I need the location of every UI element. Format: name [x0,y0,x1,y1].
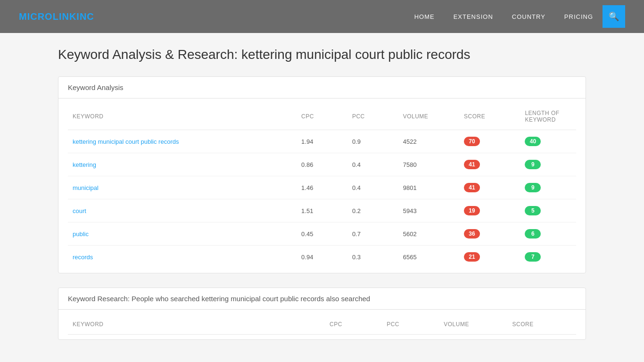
search-button[interactable]: 🔍 [603,5,625,28]
length-badge: 6 [525,229,541,239]
cell-keyword: kettering municipal court public records [68,130,297,153]
cell-length: 7 [520,246,576,269]
keyword-research-table: Keyword CPC PCC Volume Score [68,314,576,335]
score-badge: 41 [464,160,480,169]
cell-cpc: 1.94 [297,130,347,153]
keyword-link[interactable]: kettering [73,161,96,168]
header: MICROLINKINC HOME EXTENSION COUNTRY PRIC… [0,0,644,33]
length-badge: 5 [525,206,541,215]
cell-volume: 4522 [398,130,459,153]
col-header-pcc: PCC [347,103,398,130]
score-badge: 36 [464,229,480,239]
table-row: municipal 1.46 0.4 9801 41 9 [68,176,576,199]
cell-score: 21 [459,246,520,269]
cell-keyword: public [68,222,297,246]
length-badge: 40 [525,137,541,146]
score-badge: 41 [464,183,480,192]
cell-pcc: 0.4 [347,176,398,199]
cell-cpc: 1.51 [297,199,347,222]
cell-pcc: 0.7 [347,222,398,246]
keyword-analysis-header: Keyword Analysis [58,77,586,99]
cell-volume: 5943 [398,199,459,222]
col-header-volume: Volume [398,103,459,130]
keyword-link[interactable]: court [73,207,86,214]
col-header-score: Score [459,103,520,130]
cell-score: 41 [459,176,520,199]
res-col-header-pcc: PCC [382,314,439,335]
cell-length: 9 [520,153,576,176]
cell-keyword: kettering [68,153,297,176]
research-table-header-row: Keyword CPC PCC Volume Score [68,314,576,335]
logo-text: ICROLINKINC [27,11,94,22]
table-header-row: Keyword CPC PCC Volume Score Length of k… [68,103,576,130]
res-col-header-cpc: CPC [325,314,382,335]
cell-length: 40 [520,130,576,153]
cell-cpc: 1.46 [297,176,347,199]
score-badge: 70 [464,137,480,146]
score-badge: 21 [464,252,480,262]
nav-pricing[interactable]: PRICING [564,13,593,20]
nav-country[interactable]: COUNTRY [512,13,545,20]
keyword-link[interactable]: municipal [73,184,99,191]
length-badge: 9 [525,160,541,169]
cell-keyword: records [68,246,297,269]
keyword-link[interactable]: kettering municipal court public records [73,138,179,145]
res-col-header-keyword: Keyword [68,314,325,335]
score-badge: 19 [464,206,480,215]
cell-score: 70 [459,130,520,153]
cell-score: 36 [459,222,520,246]
main-content: Keyword Analysis & Research: kettering m… [49,33,595,362]
cell-score: 19 [459,199,520,222]
table-row: court 1.51 0.2 5943 19 5 [68,199,576,222]
col-header-length: Length of keyword [520,103,576,130]
table-row: kettering municipal court public records… [68,130,576,153]
keyword-link[interactable]: records [73,254,93,261]
table-row: kettering 0.86 0.4 7580 41 9 [68,153,576,176]
table-row: public 0.45 0.7 5602 36 6 [68,222,576,246]
keyword-analysis-body: Keyword CPC PCC Volume Score Length of k… [58,99,586,273]
logo-m: M [19,11,27,22]
cell-pcc: 0.3 [347,246,398,269]
nav-extension[interactable]: EXTENSION [454,13,493,20]
keyword-research-card: Keyword Research: People who searched ke… [58,288,586,340]
cell-cpc: 0.45 [297,222,347,246]
res-col-header-volume: Volume [439,314,507,335]
search-icon: 🔍 [609,11,619,22]
cell-length: 6 [520,222,576,246]
cell-keyword: court [68,199,297,222]
cell-pcc: 0.4 [347,153,398,176]
cell-score: 41 [459,153,520,176]
nav: HOME EXTENSION COUNTRY PRICING [414,13,593,20]
keyword-research-body: Keyword CPC PCC Volume Score [58,310,586,339]
cell-cpc: 0.86 [297,153,347,176]
cell-pcc: 0.9 [347,130,398,153]
cell-volume: 9801 [398,176,459,199]
cell-cpc: 0.94 [297,246,347,269]
logo: MICROLINKINC [19,11,94,22]
nav-home[interactable]: HOME [414,13,435,20]
cell-volume: 5602 [398,222,459,246]
length-badge: 9 [525,183,541,192]
keyword-analysis-table: Keyword CPC PCC Volume Score Length of k… [68,103,576,268]
page-title: Keyword Analysis & Research: kettering m… [58,47,586,62]
col-header-cpc: CPC [297,103,347,130]
cell-length: 9 [520,176,576,199]
cell-pcc: 0.2 [347,199,398,222]
res-col-header-score: Score [508,314,576,335]
table-row: records 0.94 0.3 6565 21 7 [68,246,576,269]
cell-volume: 6565 [398,246,459,269]
cell-length: 5 [520,199,576,222]
length-badge: 7 [525,252,541,262]
cell-volume: 7580 [398,153,459,176]
keyword-analysis-card: Keyword Analysis Keyword CPC PCC Volume … [58,76,586,273]
keyword-research-header: Keyword Research: People who searched ke… [58,288,586,310]
cell-keyword: municipal [68,176,297,199]
keyword-link[interactable]: public [73,230,89,238]
col-header-keyword: Keyword [68,103,297,130]
